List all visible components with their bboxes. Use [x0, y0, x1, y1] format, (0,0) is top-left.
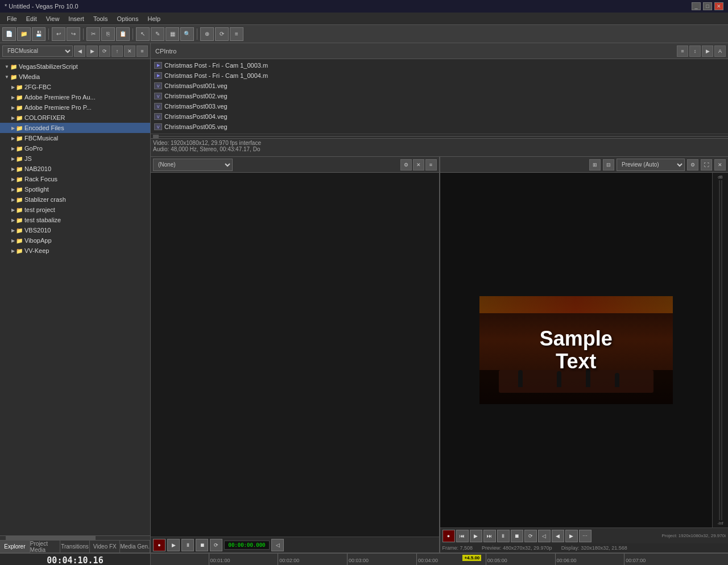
tree-item[interactable]: ▼ 📁 VegasStabilizerScript	[0, 61, 150, 72]
source-view-toggle[interactable]: ≡	[425, 159, 437, 171]
preview-settings[interactable]: ⚙	[687, 159, 698, 171]
tree-item[interactable]: ▶ 📁 Adobe Premiere Pro Au...	[0, 92, 150, 102]
source-combo[interactable]: (None)	[153, 159, 233, 171]
prog-rewind-btn[interactable]: ⏮	[456, 530, 469, 542]
folder-select[interactable]: FBCMusical	[2, 45, 73, 57]
tree-item[interactable]: ▶ 📁 NAB2010	[0, 164, 150, 174]
source-play-btn[interactable]: ▶	[167, 539, 180, 551]
menu-file[interactable]: File	[2, 14, 22, 23]
redo-button[interactable]: ↪	[67, 27, 80, 41]
tree-item[interactable]: ▶ 📁 VBS2010	[0, 225, 150, 235]
nav-back-button[interactable]: ◀	[74, 45, 85, 57]
tree-item[interactable]: ▶ 📁 JS	[0, 153, 150, 164]
source-pause-btn[interactable]: ⏸	[181, 539, 194, 551]
tool-edit[interactable]: ✎	[151, 27, 164, 41]
tool-zoom[interactable]: 🔍	[180, 27, 194, 41]
tree-item[interactable]: ▶ 📁 Adobe Premiere Pro P...	[0, 102, 150, 113]
source-settings[interactable]: ⚙	[400, 159, 412, 171]
prog-loop-btn[interactable]: ⟳	[524, 530, 537, 542]
loop-button[interactable]: ⟳	[215, 27, 229, 41]
file-auto-preview[interactable]: A	[714, 45, 726, 57]
source-loop-btn[interactable]: ⟳	[210, 539, 222, 551]
tree-item[interactable]: ▶ 📁 VV-Keep	[0, 246, 150, 256]
tree-item[interactable]: ▶ 📁 Stablizer crash	[0, 194, 150, 205]
grid-btn[interactable]: ⊞	[589, 159, 601, 171]
menu-options[interactable]: Options	[113, 14, 143, 23]
file-row[interactable]: V ChristmasPost003.veg	[152, 101, 727, 111]
prog-fastfwd-btn[interactable]: ⏭	[483, 530, 496, 542]
view-toggle[interactable]: ≡	[136, 45, 148, 57]
file-start-preview[interactable]: ▶	[702, 45, 713, 57]
tree-scrollbar[interactable]	[0, 535, 150, 540]
menu-tools[interactable]: Tools	[89, 14, 113, 23]
prog-slow-btn[interactable]: ◁	[538, 530, 551, 542]
source-close[interactable]: ✕	[413, 159, 424, 171]
tool-select[interactable]: ▦	[166, 27, 179, 41]
up-button[interactable]: ↑	[111, 45, 123, 57]
file-list-scrollbar[interactable]	[151, 134, 728, 138]
file-row[interactable]: V ChristmasPost004.veg	[152, 111, 727, 122]
prog-frame-back-btn[interactable]: ◀	[552, 530, 564, 542]
refresh-button[interactable]: ⟳	[99, 45, 110, 57]
cut-button[interactable]: ✂	[86, 27, 100, 41]
tree-item-spotlight[interactable]: ▶ 📁 Spotlight	[0, 184, 150, 194]
file-row[interactable]: V ChristmasPost005.veg	[152, 122, 727, 132]
delete-button[interactable]: ✕	[124, 45, 135, 57]
tree-item[interactable]: ▶ 📁 test stabalize	[0, 215, 150, 225]
prog-record-btn[interactable]: ●	[442, 530, 455, 542]
file-name: Christmas Post - Fri - Cam 1_0004.m	[164, 72, 268, 79]
minimize-button[interactable]: _	[692, 2, 701, 10]
source-stop-btn[interactable]: ⏹	[196, 539, 208, 551]
undo-button[interactable]: ↩	[52, 27, 65, 41]
file-list-sort[interactable]: ↕	[689, 45, 701, 57]
tab-explorer[interactable]: Explorer	[0, 541, 30, 552]
file-row[interactable]: ▶ Christmas Post - Fri - Cam 1_0004.m	[152, 70, 727, 81]
nav-forward-button[interactable]: ▶	[86, 45, 98, 57]
tree-item[interactable]: ▼ 📁 VMedia	[0, 72, 150, 82]
preview-mode-combo[interactable]: Preview (Auto)	[617, 159, 685, 171]
menu-edit[interactable]: Edit	[22, 14, 42, 23]
source-record-btn[interactable]: ●	[153, 539, 166, 551]
tool-arrow[interactable]: ↖	[136, 27, 150, 41]
close-button[interactable]: ✕	[714, 2, 723, 10]
tree-item[interactable]: ▶ 📁 2FG-FBC	[0, 82, 150, 92]
tree-item-rack-focus[interactable]: ▶ 📁 Rack Focus	[0, 174, 150, 184]
prog-more-btn[interactable]: ⋯	[579, 530, 592, 542]
prog-stop-btn[interactable]: ⏹	[511, 530, 523, 542]
tree-item[interactable]: ▶ 📁 GoPro	[0, 143, 150, 153]
tab-transitions[interactable]: Transitions	[60, 541, 90, 552]
new-button[interactable]: 📄	[2, 27, 16, 41]
tree-item[interactable]: ▶ 📁 test project	[0, 205, 150, 215]
tab-video-fx[interactable]: Video FX	[90, 541, 120, 552]
snap-button[interactable]: ⊕	[200, 27, 214, 41]
tree-item[interactable]: ▶ 📁 FBCMusical	[0, 133, 150, 143]
preview-close[interactable]: ✕	[714, 159, 726, 171]
tab-media-generators[interactable]: Media Gen.	[120, 541, 150, 552]
menu-help[interactable]: Help	[143, 14, 165, 23]
prog-frame-fwd-btn[interactable]: ▶	[565, 530, 578, 542]
source-mark-in[interactable]: ◁	[271, 539, 284, 551]
file-row[interactable]: ▶ Christmas Post - Fri - Cam 1_0003.m	[152, 60, 727, 70]
file-list-view-toggle[interactable]: ≡	[677, 45, 688, 57]
prog-play-btn[interactable]: ▶	[470, 530, 482, 542]
file-row[interactable]: V ChristmasPost001.veg	[152, 81, 727, 91]
source-transport: ● ▶ ⏸ ⏹ ⟳ 00:00:00.000 ◁	[151, 537, 439, 552]
expand-icon: ▼	[5, 64, 9, 69]
copy-button[interactable]: ⎘	[101, 27, 115, 41]
tab-project-media[interactable]: Project Media	[30, 541, 60, 552]
save-button[interactable]: 💾	[32, 27, 46, 41]
paste-button[interactable]: 📋	[116, 27, 130, 41]
maximize-button[interactable]: □	[703, 2, 712, 10]
prog-pause-btn[interactable]: ⏸	[497, 530, 510, 542]
tree-item[interactable]: ▶ 📁 VibopApp	[0, 235, 150, 246]
open-button[interactable]: 📁	[17, 27, 31, 41]
timeline-area: 00:04:10.16 +4.5.00 00:01:00 00:02:00 00…	[0, 552, 728, 565]
split-btn[interactable]: ⊟	[603, 159, 614, 171]
file-row[interactable]: V ChristmasPost002.veg	[152, 91, 727, 101]
preview-fullscreen[interactable]: ⛶	[701, 159, 712, 171]
menu-insert[interactable]: Insert	[64, 14, 89, 23]
menu-view[interactable]: View	[42, 14, 64, 23]
tree-item-encoded-files[interactable]: ▶ 📁 Encoded Files	[0, 123, 150, 133]
quantize-button[interactable]: ≡	[230, 27, 243, 41]
tree-item[interactable]: ▶ 📁 COLORFIXER	[0, 113, 150, 123]
